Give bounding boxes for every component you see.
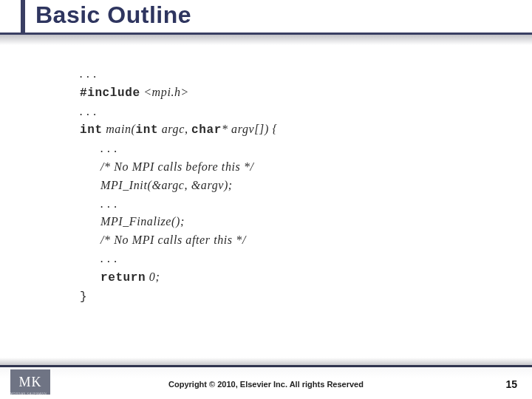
page-number: 15 bbox=[505, 378, 517, 390]
code-line: . . . bbox=[80, 67, 97, 80]
slide: Basic Outline . . . #include <mpi.h> . .… bbox=[0, 0, 532, 399]
code-block: . . . #include <mpi.h> . . . int main(in… bbox=[80, 65, 464, 306]
kw-include: #include bbox=[80, 86, 140, 100]
kw-return: return bbox=[100, 271, 146, 284]
code-comment: /* No MPI calls after this */ bbox=[80, 231, 246, 250]
header-accent-vertical bbox=[21, 0, 25, 33]
code-line: #include <mpi.h> bbox=[80, 86, 189, 98]
code-text: * argv[]) { bbox=[222, 123, 278, 135]
code-text: <mpi.h> bbox=[140, 86, 189, 98]
code-line: int main(int argc, char* argv[]) { bbox=[80, 123, 277, 135]
header-fade bbox=[0, 35, 532, 45]
header: Basic Outline bbox=[0, 0, 532, 52]
code-line: . . . bbox=[80, 250, 117, 268]
code-comment: /* No MPI calls before this */ bbox=[80, 158, 254, 177]
logo-subtext: MORGAN KAUFMANN bbox=[10, 392, 47, 395]
code-text: argc, bbox=[158, 123, 191, 135]
kw-char: char bbox=[191, 123, 222, 137]
code-line: MPI_Finalize(); bbox=[80, 213, 185, 231]
code-line: MPI_Init(&argc, &argv); bbox=[80, 177, 233, 195]
code-line: . . . bbox=[80, 140, 117, 158]
kw-int: int bbox=[80, 123, 103, 137]
slide-title: Basic Outline bbox=[35, 1, 191, 29]
code-line: return 0; bbox=[80, 270, 160, 283]
code-line: . . . bbox=[80, 195, 117, 214]
code-line: . . . bbox=[80, 105, 97, 117]
kw-int: int bbox=[136, 123, 159, 137]
footer: MK MORGAN KAUFMANN Copyright © 2010, Els… bbox=[0, 365, 532, 399]
code-text: main( bbox=[103, 123, 136, 135]
code-line: } bbox=[80, 290, 87, 304]
copyright-text: Copyright © 2010, Elsevier Inc. All righ… bbox=[0, 380, 532, 389]
code-text: 0; bbox=[146, 270, 160, 283]
